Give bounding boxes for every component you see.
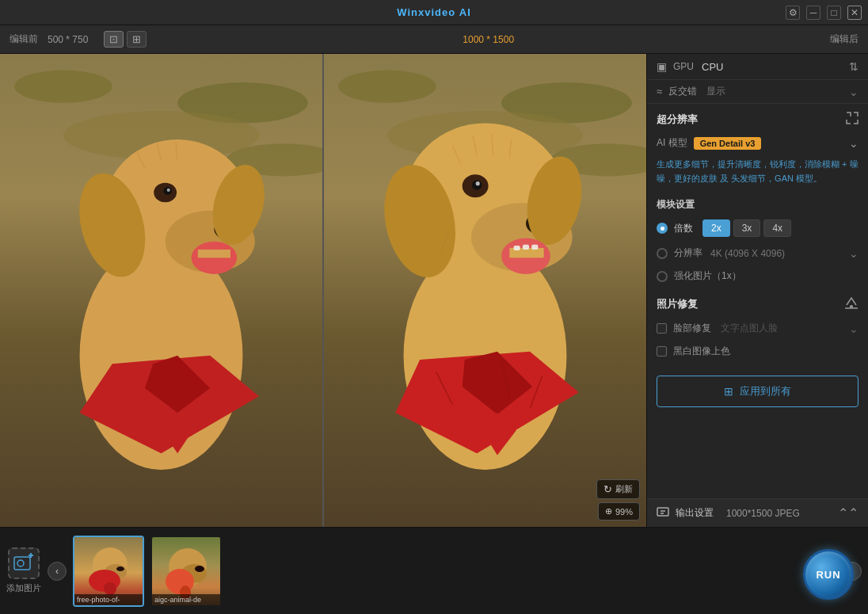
- svg-point-12: [167, 189, 170, 192]
- antialias-value: 显示: [706, 85, 725, 98]
- ai-model-badge[interactable]: Gen Detail v3: [694, 137, 762, 150]
- right-panel: ▣ GPU CPU ⇅ ≈ 反交错 显示 ⌄ 超分辨率 AI 模型 Gen De…: [646, 54, 868, 527]
- antialias-label: 反交错: [668, 85, 697, 98]
- resolution-radio[interactable]: [657, 248, 668, 259]
- svg-point-2: [14, 71, 112, 103]
- output-settings-bar[interactable]: 输出设置 1000*1500 JPEG ⌃⌃: [647, 498, 868, 527]
- face-repair-expand-icon[interactable]: ⌄: [849, 322, 858, 335]
- close-button[interactable]: ✕: [847, 6, 862, 20]
- thumbnail-1[interactable]: free-photo-of-: [73, 536, 144, 607]
- refresh-icon: ↻: [603, 483, 612, 495]
- antialias-icon: ≈: [657, 86, 662, 97]
- add-photo-label: 添加图片: [6, 582, 41, 594]
- face-repair-checkbox[interactable]: [657, 323, 667, 334]
- bw-colorize-label: 黑白图像上色: [673, 345, 730, 358]
- svg-rect-41: [514, 246, 520, 250]
- run-label: RUN: [816, 569, 840, 581]
- app-title: Winxvideo AI: [397, 6, 471, 18]
- before-size: 500 * 750: [48, 34, 88, 45]
- images-container: ↻ 刷新 ⊕ 99%: [0, 54, 646, 527]
- output-settings-icon: [657, 505, 669, 521]
- bw-colorize-checkbox[interactable]: [657, 346, 667, 357]
- output-size-display: 1000 * 1500: [156, 34, 820, 45]
- face-repair-value: 文字点图人脸: [721, 322, 778, 335]
- mult-2x-btn[interactable]: 2x: [702, 219, 730, 237]
- svg-point-68: [104, 582, 116, 595]
- output-settings-expand-icon[interactable]: ⌃⌃: [838, 505, 858, 521]
- multiplier-label: 倍数: [674, 222, 693, 235]
- multiplier-row: 倍数 2x 3x 4x: [647, 215, 868, 242]
- super-res-expand-icon[interactable]: [846, 112, 858, 127]
- multiplier-radio[interactable]: [657, 223, 668, 234]
- add-photo-icon: [8, 547, 40, 579]
- apply-btn-area: ⊞ 应用到所有: [647, 363, 868, 417]
- before-label: 编辑前: [10, 32, 38, 46]
- gpu-icon: ▣: [657, 60, 667, 73]
- enhance-radio[interactable]: [657, 271, 668, 282]
- image-overlay-controls: ↻ 刷新 ⊕ 99%: [596, 479, 640, 521]
- resolution-label: 分辨率: [674, 246, 702, 260]
- svg-point-66: [116, 566, 124, 571]
- settings-button[interactable]: ⚙: [786, 6, 800, 20]
- svg-rect-59: [14, 557, 30, 570]
- split-view-btn[interactable]: ⊡: [104, 31, 124, 48]
- output-settings-label: 输出设置: [676, 506, 714, 520]
- run-btn-area: RUN: [803, 549, 854, 600]
- ai-model-row: AI 模型 Gen Detail v3 ⌄: [647, 132, 868, 154]
- output-settings-value: 1000*1500 JPEG: [726, 508, 800, 519]
- module-settings-label: 模块设置: [647, 192, 868, 215]
- mult-3x-btn[interactable]: 3x: [733, 219, 761, 237]
- face-repair-row: 脸部修复 文字点图人脸 ⌄: [647, 317, 868, 340]
- enhance-label: 强化图片（1x）: [674, 269, 741, 283]
- run-button[interactable]: RUN: [803, 549, 854, 600]
- after-label: 编辑后: [830, 32, 858, 46]
- resolution-value: 4K (4096 X 4096): [710, 248, 785, 259]
- svg-rect-16: [198, 250, 230, 257]
- gpu-cpu-expand-icon[interactable]: ⇅: [849, 60, 858, 73]
- filmstrip: 添加图片 ‹ free-photo-of-: [0, 527, 868, 614]
- photo-repair-title: 照片修复: [657, 297, 698, 311]
- window-controls: ⚙ ─ □ ✕: [786, 6, 862, 20]
- svg-rect-43: [531, 245, 538, 250]
- titlebar: Winxvideo AI ⚙ ─ □ ✕: [0, 0, 868, 25]
- thumbnail-2-label: aigc-animal-de: [152, 594, 220, 605]
- svg-point-60: [17, 560, 24, 566]
- ai-model-label: AI 模型: [657, 136, 687, 150]
- mult-4x-btn[interactable]: 4x: [763, 219, 791, 237]
- svg-point-24: [338, 71, 436, 103]
- thumbnail-2[interactable]: aigc-animal-de: [150, 536, 222, 607]
- antialias-expand-icon[interactable]: ⌄: [849, 86, 858, 98]
- apply-all-button[interactable]: ⊞ 应用到所有: [657, 376, 858, 407]
- after-image-panel: ↻ 刷新 ⊕ 99%: [324, 54, 646, 527]
- photo-repair-header: 照片修复: [647, 288, 868, 317]
- photo-repair-icon[interactable]: [844, 296, 858, 312]
- gpu-cpu-row[interactable]: ▣ GPU CPU ⇅: [647, 54, 868, 80]
- thumbnail-1-label: free-photo-of-: [74, 594, 143, 605]
- maximize-button[interactable]: □: [827, 6, 841, 20]
- apply-icon: ⊞: [724, 385, 733, 398]
- main-area: ↻ 刷新 ⊕ 99% ▣ GPU CPU ⇅ ≈ 反交错 显示: [0, 54, 868, 527]
- gpu-label: GPU: [673, 61, 694, 72]
- ai-model-expand-icon[interactable]: ⌄: [849, 137, 858, 150]
- add-photo-button[interactable]: 添加图片: [6, 547, 41, 594]
- resolution-row: 分辨率 4K (4096 X 4096) ⌄: [647, 242, 868, 265]
- antialias-row[interactable]: ≈ 反交错 显示 ⌄: [647, 80, 868, 104]
- cpu-label: CPU: [702, 61, 723, 73]
- multiplier-buttons: 2x 3x 4x: [702, 219, 791, 237]
- before-image-panel: [0, 54, 322, 527]
- top-toolbar: 编辑前 500 * 750 ⊡ ⊞ 1000 * 1500 编辑后: [0, 25, 868, 54]
- svg-rect-56: [657, 508, 668, 516]
- resolution-expand-icon[interactable]: ⌄: [849, 247, 858, 260]
- zoom-indicator: ⊕ 99%: [598, 502, 640, 521]
- view-toggle: ⊡ ⊞: [104, 31, 147, 48]
- super-res-header: 超分辨率: [647, 104, 868, 132]
- svg-point-36: [476, 181, 480, 185]
- refresh-button[interactable]: ↻ 刷新: [596, 479, 640, 499]
- compare-view-btn[interactable]: ⊞: [127, 31, 147, 48]
- minimize-button[interactable]: ─: [806, 6, 820, 20]
- enhance-row: 强化图片（1x）: [647, 265, 868, 288]
- filmstrip-prev-button[interactable]: ‹: [48, 562, 67, 581]
- svg-point-72: [195, 566, 204, 572]
- image-viewer: ↻ 刷新 ⊕ 99%: [0, 54, 646, 527]
- bw-colorize-row: 黑白图像上色: [647, 340, 868, 363]
